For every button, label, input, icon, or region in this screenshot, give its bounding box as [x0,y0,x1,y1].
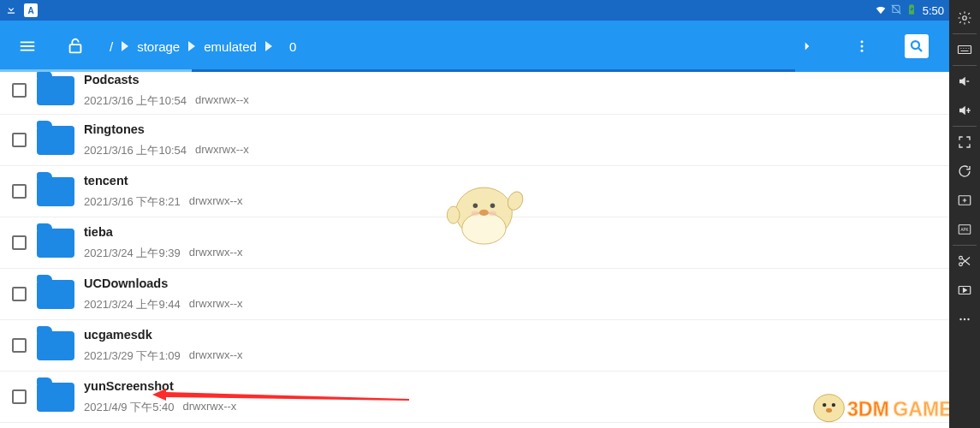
folder-icon [34,175,77,209]
download-icon [5,3,17,18]
checkbox[interactable] [7,334,31,358]
battery-charging-icon [906,3,918,18]
svg-point-29 [959,318,961,320]
file-name: UCDownloads [84,276,243,293]
app-bar: / storage emulated 0 [0,21,949,72]
folder-icon [34,226,77,260]
file-perms: drwxrwx--x [195,93,249,109]
svg-point-30 [964,318,965,320]
emulator-screen: A 5:50 [0,0,949,428]
checkbox[interactable] [7,180,31,204]
volume-up-icon[interactable] [949,96,980,125]
file-perms: drwxrwx--x [183,400,237,415]
svg-point-2 [861,45,864,48]
file-name: Ringtones [84,122,249,139]
folder-icon [34,123,77,158]
file-name: yunScreenshot [84,378,236,395]
scissors-icon[interactable] [949,247,980,276]
refresh-icon[interactable] [949,157,980,186]
search-button[interactable] [900,29,934,63]
svg-point-21 [963,16,967,21]
file-list: Podcasts 2021/3/16 上午10:54drwxrwx--x Rin… [0,72,949,428]
file-name: ucgamesdk [84,327,243,344]
checkbox[interactable] [7,79,31,103]
file-date: 2021/3/16 上午10:54 [84,93,187,109]
more-button[interactable] [845,29,879,63]
file-date: 2021/3/24 上午9:44 [84,297,181,312]
file-date: 2021/4/9 下午5:40 [84,400,175,415]
nosim-icon [890,3,902,18]
android-status-bar: A 5:50 [0,0,949,21]
svg-point-1 [861,40,864,43]
svg-rect-22 [959,46,971,54]
checkbox[interactable] [7,231,31,255]
breadcrumb-zero[interactable]: 0 [276,38,301,56]
file-date: 2021/3/24 上午9:39 [84,246,181,261]
file-perms: drwxrwx--x [189,348,243,364]
folder-icon [34,329,77,363]
list-item[interactable]: Podcasts 2021/3/16 上午10:54drwxrwx--x [0,72,949,115]
fullscreen-icon[interactable] [949,128,980,157]
file-date: 2021/3/16 上午10:54 [84,143,187,158]
emulator-sidebar: APK [949,0,980,428]
breadcrumb-root[interactable]: / [104,38,118,56]
breadcrumb-storage[interactable]: storage [132,38,185,56]
chevron-right-icon [265,39,272,54]
volume-down-icon[interactable] [949,67,980,96]
list-item[interactable]: UCDownloads 2021/3/24 上午9:44drwxrwx--x [0,269,949,320]
file-name: tencent [84,173,243,190]
apk-install-icon[interactable]: APK [949,215,980,244]
file-perms: drwxrwx--x [189,297,243,312]
list-item[interactable]: tieba 2021/3/24 上午9:39drwxrwx--x [0,217,949,269]
menu-button[interactable] [9,27,46,65]
folder-icon [34,74,77,108]
list-item[interactable]: yunScreenshot 2021/4/9 下午5:40drwxrwx--x [0,372,949,423]
list-item[interactable]: tencent 2021/3/16 下午8:21drwxrwx--x [0,166,949,217]
file-perms: drwxrwx--x [195,143,249,158]
file-name: Podcasts [84,72,249,88]
folder-icon [34,380,77,414]
add-window-icon[interactable] [949,186,980,215]
more-tools-icon[interactable] [949,305,980,334]
unlock-button[interactable] [56,27,94,65]
list-item[interactable]: Ringtones 2021/3/16 上午10:54drwxrwx--x [0,115,949,166]
svg-rect-0 [70,45,81,52]
app-notification-icon: A [24,3,38,17]
file-perms: drwxrwx--x [189,194,243,210]
folder-icon [34,277,77,312]
checkbox[interactable] [7,385,31,409]
clock-text: 5:50 [923,4,944,17]
keyboard-icon[interactable] [949,35,980,64]
svg-point-31 [967,318,969,320]
breadcrumb-emulated[interactable]: emulated [199,38,262,56]
checkbox[interactable] [7,282,31,306]
video-record-icon[interactable] [949,276,980,305]
svg-point-3 [861,50,864,52]
file-date: 2021/3/29 下午1:09 [84,348,181,364]
file-name: tieba [84,224,243,241]
breadcrumb: / storage emulated 0 [104,38,301,56]
wifi-icon [875,3,887,18]
svg-point-4 [912,41,919,49]
checkbox[interactable] [7,128,31,152]
forward-button[interactable] [790,29,824,63]
svg-text:APK: APK [960,228,968,232]
chevron-right-icon [188,39,195,54]
chevron-right-icon [122,39,128,54]
settings-gear-icon[interactable] [949,3,980,33]
file-perms: drwxrwx--x [189,246,243,261]
file-date: 2021/3/16 下午8:21 [84,194,181,210]
list-item[interactable]: ucgamesdk 2021/3/29 下午1:09drwxrwx--x [0,320,949,372]
